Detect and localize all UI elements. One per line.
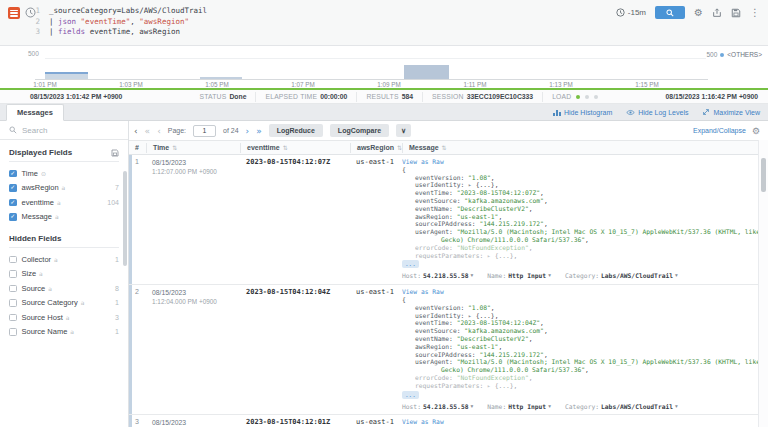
share-icon[interactable] — [712, 8, 722, 18]
table-row[interactable]: 208/15/20231:12:04.000 PM +09002023-08-1… — [129, 285, 758, 415]
column-header-eventtime[interactable]: eventtime⇅ — [240, 143, 350, 153]
table-row[interactable]: 308/15/20231:12:01.000 PM +09002023-08-1… — [129, 415, 758, 427]
view-as-raw-link[interactable]: View as Raw — [402, 418, 444, 426]
time-range-button[interactable]: -15m — [616, 8, 646, 17]
json-line: awsRegion: "us-east-1", — [402, 343, 758, 351]
maximize-view-label: Maximize View — [713, 109, 760, 116]
save-fields-icon[interactable] — [111, 149, 119, 157]
collapse-sidebar-icon[interactable]: ‹ — [134, 126, 138, 136]
query-editor[interactable]: 1_sourceCategory=Labs/AWS/CloudTrail2| j… — [30, 6, 207, 38]
column-header-num[interactable]: # — [129, 143, 146, 153]
prev-page-icon[interactable]: ‹ — [157, 126, 161, 136]
field-row-collector[interactable]: Collectora1 — [0, 252, 128, 267]
meta-host[interactable]: Host:54.218.55.58▾ — [402, 403, 473, 411]
field-search[interactable] — [0, 121, 128, 140]
histogram-plot[interactable] — [0, 46, 708, 79]
logcompare-button[interactable]: LogCompare — [330, 124, 389, 137]
tab-messages[interactable]: Messages — [6, 104, 64, 121]
json-line: { — [402, 296, 758, 304]
field-row-size[interactable]: Sizea — [0, 267, 128, 282]
last-page-icon[interactable]: » — [256, 126, 262, 136]
magnifier-icon — [666, 9, 674, 17]
table-row[interactable]: 108/15/20231:12:07.000 PM +09002023-08-1… — [129, 155, 758, 285]
first-page-icon[interactable]: « — [145, 126, 151, 136]
meta-category[interactable]: Category:Labs/AWS/CloudTrail▾ — [565, 403, 678, 411]
field-row-time[interactable]: ✓Time⊙ — [0, 166, 128, 181]
results-group: RESULTS 584 — [356, 92, 422, 102]
meta-host[interactable]: Host:54.218.55.58▾ — [402, 272, 473, 280]
field-checkbox[interactable]: ✓ — [9, 213, 17, 221]
meta-name-value: Http Input — [508, 403, 546, 411]
eventtime-cell: 2023-08-15T04:12:04Z — [240, 288, 350, 410]
more-options-icon[interactable]: ⋮ — [750, 7, 760, 18]
expand-collapse-link[interactable]: Expand/Collapse — [693, 127, 746, 134]
column-header-time[interactable]: Time⇅ — [146, 143, 240, 153]
field-type-icon: a — [66, 314, 70, 321]
field-row-message[interactable]: ✓Messagea — [0, 210, 128, 225]
sort-icon[interactable]: ⇅ — [442, 144, 447, 151]
view-as-raw-link[interactable]: View as Raw — [402, 288, 444, 296]
column-header-awsregion[interactable]: awsRegion⇅ — [350, 143, 402, 153]
field-row-awsregion[interactable]: ✓awsRegiona7 — [0, 181, 128, 196]
sort-icon[interactable]: ⇅ — [172, 144, 177, 151]
json-line: userIdentity: ▸ {...}, — [402, 181, 758, 189]
log-level-strip — [129, 415, 132, 427]
sort-icon[interactable]: ⇅ — [283, 144, 288, 151]
field-row-source-name[interactable]: Source Namea1 — [0, 325, 128, 340]
field-checkbox[interactable]: ✓ — [9, 184, 17, 192]
meta-name[interactable]: Name:Http Input▾ — [487, 272, 551, 280]
results-count: 584 — [402, 93, 413, 100]
field-checkbox[interactable] — [9, 285, 17, 293]
field-label: Collector — [22, 255, 52, 264]
field-checkbox[interactable] — [9, 328, 17, 336]
message-metadata: Host:54.218.55.58▾Name:Http Input▾Catego… — [402, 272, 758, 280]
field-checkbox[interactable] — [9, 299, 17, 307]
field-checkbox[interactable] — [9, 270, 17, 278]
json-line: errorCode: "NotFoundException", — [402, 374, 758, 382]
field-count: 3 — [115, 314, 119, 321]
meta-host-value: 54.218.55.58 — [423, 272, 469, 280]
view-as-raw-link[interactable]: View as Raw — [402, 158, 444, 166]
table-scrollbar-track[interactable] — [758, 140, 768, 427]
next-page-icon[interactable]: › — [246, 126, 250, 136]
field-row-source-host[interactable]: Source Hosta3 — [0, 310, 128, 325]
tab-bar: Messages Hide Histogram Hide Log Levels … — [0, 104, 768, 121]
save-icon[interactable] — [731, 8, 741, 18]
hide-histogram-link[interactable]: Hide Histogram — [553, 109, 612, 116]
sidebar-scrollbar[interactable] — [123, 171, 127, 266]
json-line: sourceIPAddress: "144.215.219.172", — [402, 351, 758, 359]
logreduce-button[interactable]: LogReduce — [269, 124, 323, 137]
column-header-message[interactable]: Message⇅ — [402, 143, 758, 153]
field-checkbox[interactable]: ✓ — [9, 199, 17, 207]
field-checkbox[interactable] — [9, 314, 17, 322]
axis-tick-label: 1:07 PM — [291, 81, 314, 88]
log-search-app: 1_sourceCategory=Labs/AWS/CloudTrail2| j… — [0, 0, 768, 427]
field-row-eventtime[interactable]: ✓eventtimea104 — [0, 195, 128, 210]
meta-name[interactable]: Name:Http Input▾ — [487, 403, 551, 411]
json-line: eventSource: "kafka.amazonaws.com", — [402, 327, 758, 335]
histogram-bar[interactable] — [404, 65, 449, 79]
hide-log-levels-link[interactable]: Hide Log Levels — [626, 109, 688, 116]
field-row-source-category[interactable]: Source Categorya1 — [0, 296, 128, 311]
histogram-bar[interactable] — [45, 72, 88, 79]
search-button[interactable] — [655, 6, 685, 19]
meta-category[interactable]: Category:Labs/AWS/CloudTrail▾ — [565, 272, 678, 280]
settings-gear-icon[interactable]: ⚙ — [694, 8, 703, 18]
histogram-tick-labels: 1:01 PM1:03 PM1:05 PM1:07 PM1:09 PM1:11 … — [0, 79, 768, 88]
table-scrollbar-thumb[interactable] — [761, 158, 766, 192]
field-checkbox[interactable]: ✓ — [9, 170, 17, 178]
expand-message-button[interactable]: ... — [402, 391, 419, 399]
field-row-source[interactable]: Sourcea8 — [0, 281, 128, 296]
field-type-icon: a — [57, 199, 61, 206]
hidden-fields-list: Collectora1SizeaSourcea8Source Categorya… — [0, 248, 128, 341]
maximize-view-link[interactable]: Maximize View — [702, 108, 760, 116]
field-search-input[interactable] — [22, 126, 112, 135]
field-checkbox[interactable] — [9, 256, 17, 264]
axis-tick-label: 1:09 PM — [377, 81, 400, 88]
logcompare-dropdown-icon[interactable]: ∨ — [396, 124, 411, 137]
expand-message-button[interactable]: ... — [402, 260, 419, 268]
field-label: awsRegion — [22, 183, 59, 192]
table-settings-gear-icon[interactable]: ⚙ — [752, 126, 760, 136]
page-number-input[interactable] — [193, 125, 216, 137]
content-library-icon[interactable] — [8, 7, 20, 19]
